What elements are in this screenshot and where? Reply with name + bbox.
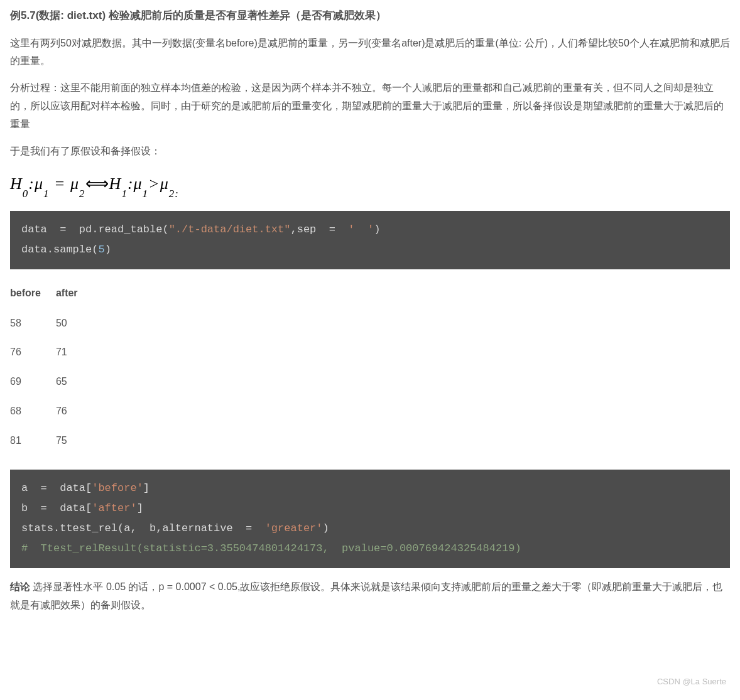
- table-row: 7671: [10, 338, 93, 367]
- conclusion-paragraph: 结论 选择显著性水平 0.05 的话，p = 0.0007 < 0.05,故应该…: [10, 578, 730, 615]
- table-row: 8175: [10, 426, 93, 456]
- table-header-after: after: [56, 281, 93, 309]
- paragraph-hypothesis-lead: 于是我们有了原假设和备择假设：: [10, 143, 730, 161]
- table-header-before: before: [10, 281, 56, 309]
- code-block-ttest: a = data['before'] b = data['after'] sta…: [10, 470, 730, 568]
- hypothesis-formula: H0:μ1 = μ2⟺H1:μ1>μ2:: [10, 169, 730, 200]
- conclusion-text: 选择显著性水平 0.05 的话，p = 0.0007 < 0.05,故应该拒绝原…: [10, 581, 722, 610]
- code-block-load: data = pd.read_table("./t-data/diet.txt"…: [10, 211, 730, 269]
- table-row: 6965: [10, 367, 93, 397]
- paragraph-intro: 这里有两列50对减肥数据。其中一列数据(变量名before)是减肥前的重量，另一…: [10, 35, 730, 71]
- section-heading: 例5.7(数据: diet.txt) 检验减肥前后的质量是否有显著性差异（是否有…: [10, 6, 730, 26]
- paragraph-analysis: 分析过程：这里不能用前面的独立样本均值差的检验，这是因为两个样本并不独立。每一个…: [10, 79, 730, 133]
- table-row: 6876: [10, 397, 93, 426]
- sample-table: before after 5850 7671 6965 6876 8175: [10, 281, 93, 456]
- conclusion-label: 结论: [10, 581, 30, 592]
- table-row: 5850: [10, 309, 93, 338]
